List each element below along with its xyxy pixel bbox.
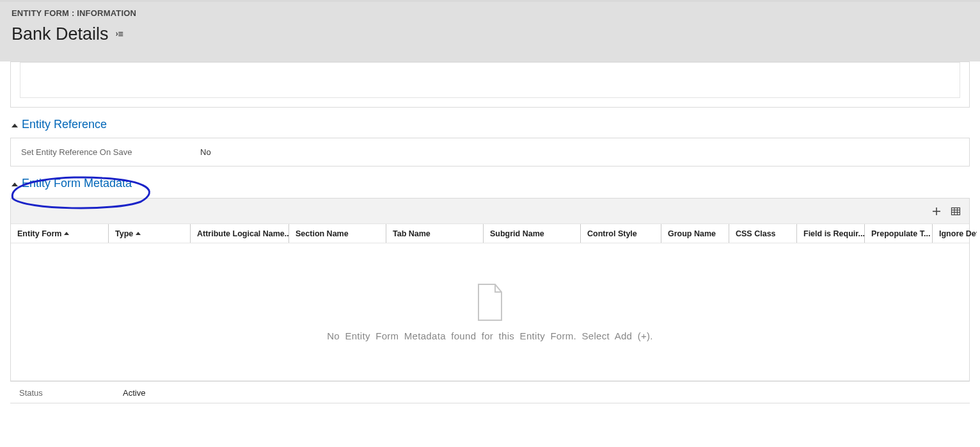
- add-record-button[interactable]: [931, 206, 942, 217]
- col-control-style[interactable]: Control Style: [580, 224, 661, 243]
- set-entity-reference-value[interactable]: No: [200, 147, 211, 157]
- col-group-name[interactable]: Group Name: [661, 224, 729, 243]
- grid-toolbar: [11, 199, 969, 224]
- status-row: Status Active: [0, 382, 980, 400]
- caret-icon: [12, 183, 18, 186]
- status-value: Active: [123, 388, 145, 398]
- sort-asc-icon: [136, 232, 141, 235]
- previous-section-inner: [20, 62, 960, 98]
- status-label: Status: [10, 388, 123, 398]
- form-body: Entity Reference Set Entity Reference On…: [0, 61, 980, 382]
- empty-document-icon: [475, 283, 505, 321]
- section-header-entity-form-metadata[interactable]: Entity Form Metadata: [12, 177, 970, 190]
- col-type[interactable]: Type: [108, 224, 190, 243]
- caret-icon: [12, 124, 18, 127]
- set-entity-reference-label: Set Entity Reference On Save: [21, 147, 200, 157]
- form-type-label: ENTITY FORM : INFORMATION: [12, 8, 968, 18]
- col-section-name[interactable]: Section Name: [288, 224, 386, 243]
- col-css-class[interactable]: CSS Class: [729, 224, 796, 243]
- grid-empty-body: No Entity Form Metadata found for this E…: [11, 243, 969, 381]
- entity-reference-section: Set Entity Reference On Save No: [10, 138, 970, 167]
- col-attribute-logical-name[interactable]: Attribute Logical Name...: [190, 224, 288, 243]
- record-menu-icon[interactable]: [115, 30, 124, 39]
- col-ignore-default[interactable]: Ignore Def: [932, 224, 977, 243]
- entity-form-metadata-grid: Entity Form Type Attribute Logical Name.…: [10, 198, 970, 382]
- col-subgrid-name[interactable]: Subgrid Name: [483, 224, 580, 243]
- grid-column-headers: Entity Form Type Attribute Logical Name.…: [11, 224, 969, 243]
- col-entity-form[interactable]: Entity Form: [11, 224, 108, 243]
- col-tab-name[interactable]: Tab Name: [386, 224, 483, 243]
- col-prepopulate[interactable]: Prepopulate T...: [864, 224, 932, 243]
- sort-asc-icon: [64, 232, 69, 235]
- svg-rect-5: [952, 207, 960, 215]
- previous-section-box: [10, 61, 970, 108]
- grid-view-button[interactable]: [950, 206, 961, 217]
- grid-empty-message: No Entity Form Metadata found for this E…: [327, 330, 653, 341]
- section-title-entity-reference: Entity Reference: [22, 118, 107, 131]
- section-header-entity-reference[interactable]: Entity Reference: [12, 118, 970, 131]
- form-title: Bank Details: [12, 24, 109, 44]
- section-title-entity-form-metadata: Entity Form Metadata: [22, 177, 132, 190]
- form-title-row: Bank Details: [12, 24, 968, 44]
- col-field-required[interactable]: Field is Requir...: [796, 224, 864, 243]
- form-header: ENTITY FORM : INFORMATION Bank Details: [0, 0, 980, 61]
- footer-divider: [10, 403, 970, 403]
